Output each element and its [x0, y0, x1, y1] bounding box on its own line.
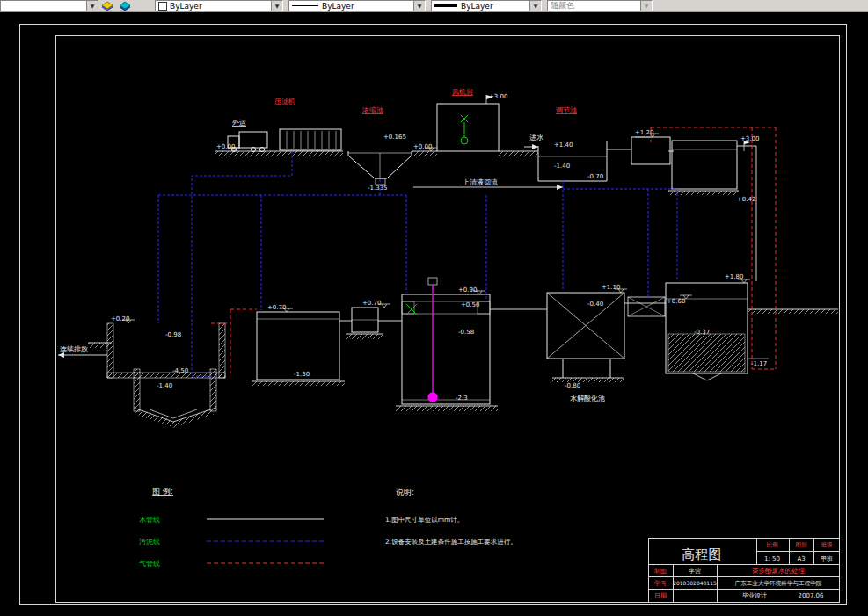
pipes-water — [58, 146, 756, 355]
scale-label: 比例 — [767, 541, 778, 548]
elevation-label: +3.00 — [740, 135, 759, 142]
equipment-label: 外运 — [232, 119, 246, 127]
legend: 图 例: 水管线 污泥线 气管线 — [139, 487, 324, 568]
elevation-label: +0.00 — [216, 143, 235, 150]
elevation-label: +0.165 — [383, 134, 406, 141]
mixer-shaft — [428, 285, 437, 402]
elevation-label: -1.40 — [157, 382, 172, 389]
chevron-down-icon[interactable]: ▼ — [86, 1, 98, 11]
linetype-dropdown[interactable]: ByLayer ▼ — [288, 0, 426, 11]
elevation-label: +0.42 — [737, 196, 755, 203]
properties-toolbar: ▼ ByLayer ▼ ByLayer ▼ ByLayer ▼ 随颜色 ▼ — [0, 0, 868, 12]
elevation-label: +0.60 — [667, 298, 685, 305]
chevron-down-icon[interactable]: ▼ — [413, 1, 425, 11]
elevation-label: -0.70 — [587, 173, 603, 180]
chevron-down-icon[interactable]: ▼ — [271, 1, 282, 11]
color-dropdown-value: ByLayer — [170, 2, 202, 11]
legend-item-label: 气管线 — [139, 560, 160, 568]
equipment-label: 调节池 — [556, 106, 577, 114]
distribution-tank — [672, 141, 737, 189]
elevation-label: -1.30 — [294, 371, 310, 378]
equipment-label: 水解酸化池 — [570, 395, 605, 402]
elevation-label: +0.70 — [362, 300, 381, 307]
drawing-name: 高程图 — [682, 547, 722, 562]
ground-hatch — [88, 151, 838, 411]
design-type: 毕业设计 — [742, 592, 767, 599]
sheet-label: 图别 — [796, 541, 807, 548]
notes-title: 说明: — [395, 488, 414, 496]
student-id-value: 2010302040115 — [673, 580, 717, 586]
elevation-label: -0.37 — [694, 329, 710, 336]
notes: 说明: 1.图中尺寸单位以mm计。 2.设备安装及土建条件施工按施工要求进行。 — [385, 488, 517, 546]
equipment-annotations: 压滤机 外运 浓缩池 风机房 调节池 进水 上清液回流 水解酸化池 连续排放 — [60, 88, 605, 402]
filter-press — [280, 129, 341, 150]
legend-title: 图 例: — [152, 487, 173, 496]
legend-item-label: 污泥线 — [139, 538, 160, 546]
elevation-label: -2.3 — [456, 395, 468, 402]
note-item: 2.设备安装及土建条件施工按施工要求进行。 — [385, 538, 517, 546]
layer-previous-icon — [118, 1, 132, 11]
drawing-canvas[interactable]: +3.00 +0.00 +0.00 +0.165 -1.335 +1.40 -1… — [0, 0, 868, 616]
linetype-dropdown-value: ByLayer — [322, 2, 354, 11]
blower-room-building — [437, 104, 499, 151]
lineweight-dropdown-value: ByLayer — [461, 2, 493, 11]
plotstyle-dropdown-value: 随颜色 — [551, 0, 574, 11]
color-dropdown[interactable]: ByLayer ▼ — [155, 0, 283, 11]
plotstyle-dropdown: 随颜色 ▼ — [547, 0, 653, 11]
note-item: 1.图中尺寸单位以mm计。 — [385, 516, 463, 524]
pump-unit — [352, 308, 378, 332]
class-value: 甲班 — [821, 555, 833, 562]
elevation-label: -0.80 — [565, 382, 580, 389]
elevation-label: -1.40 — [554, 163, 570, 170]
level-markers — [122, 134, 750, 323]
sheet-value: A3 — [797, 555, 805, 562]
make-object-layer-current-button[interactable] — [98, 0, 116, 11]
structures — [88, 95, 838, 424]
school-name: 广东工业大学环境科学与工程学院 — [735, 580, 822, 587]
chevron-down-icon[interactable]: ▼ — [529, 1, 541, 11]
hydrolysis-tank — [547, 293, 624, 378]
elevation-label: +0.20 — [111, 315, 129, 322]
elevation-label: +0.70 — [267, 304, 286, 311]
equipment-label: 风机房 — [452, 88, 473, 96]
elevation-label: +3.00 — [489, 93, 507, 100]
equipment-label: 上清液回流 — [462, 178, 498, 186]
color-swatch — [158, 2, 167, 11]
elevation-label: -0.58 — [458, 329, 474, 336]
student-id-label: 学号 — [654, 580, 667, 587]
lineweight-sample — [434, 4, 457, 7]
layer-dropdown[interactable]: ▼ — [0, 0, 98, 11]
equipment-label: 进水 — [529, 134, 543, 141]
drafter-label: 制图 — [653, 568, 667, 575]
connector-channel — [628, 297, 665, 316]
linetype-sample — [292, 5, 318, 6]
lineweight-dropdown[interactable]: ByLayer ▼ — [431, 0, 542, 11]
date-label: 日期 — [654, 592, 667, 599]
elevation-label: -1.17 — [751, 360, 767, 367]
elevation-label: -1.335 — [368, 185, 388, 192]
pipes-sludge — [158, 151, 677, 376]
layer-previous-button[interactable] — [116, 0, 134, 11]
elevation-label: +1.10 — [602, 284, 620, 291]
design-date: 2007.06 — [799, 592, 824, 599]
elevation-label: +0.90 — [458, 286, 477, 294]
elevation-label: -0.40 — [587, 301, 603, 308]
elevation-label: +0.50 — [461, 301, 479, 308]
class-label: 班级 — [821, 541, 834, 548]
scale-value: 1: 50 — [764, 555, 780, 562]
elevation-label: +1.40 — [554, 141, 573, 149]
legend-item-label: 水管线 — [139, 516, 160, 524]
elevation-label: -4.50 — [172, 367, 188, 374]
elevation-label: +0.00 — [413, 143, 432, 150]
elevation-flags — [486, 95, 744, 151]
elevation-label: +1.80 — [725, 273, 743, 280]
equipment-label: 压滤机 — [274, 98, 295, 105]
chevron-down-icon: ▼ — [640, 1, 652, 11]
equipment-label: 浓缩池 — [361, 106, 383, 114]
main-reactor-tank — [402, 278, 490, 404]
equipment-label: 连续排放 — [60, 345, 88, 353]
titleblock: 高程图 比例 图别 班级 1: 50 A3 甲班 制图 李营 学号 201030… — [649, 539, 840, 603]
elevation-label: -0.98 — [165, 331, 181, 338]
elevation-label: +1.20 — [635, 129, 653, 136]
project-title: 茶多酚废水的处理 — [752, 567, 806, 575]
